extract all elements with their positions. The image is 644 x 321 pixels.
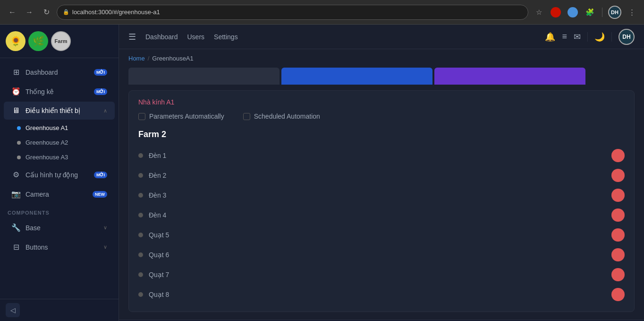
- refresh-button[interactable]: ↻: [40, 6, 53, 19]
- den4-status[interactable]: [611, 208, 625, 222]
- base-icon: 🔧: [11, 223, 21, 232]
- quat5-status[interactable]: [611, 228, 625, 242]
- logo-leaf[interactable]: 🌿: [28, 31, 48, 51]
- sidebar-item-dieukien[interactable]: 🖥 Điều khiển thiết bị ∧: [4, 102, 115, 120]
- logo-sun[interactable]: 🌻: [6, 31, 25, 51]
- notification-icon[interactable]: 🔔: [545, 32, 555, 42]
- sidebar-item-cauhinh[interactable]: ⚙ Cấu hình tự động MỚI: [4, 165, 115, 184]
- breadcrumb-separator: /: [148, 55, 150, 62]
- den4-indicator: [138, 213, 143, 217]
- buttons-chevron: ∨: [103, 244, 107, 250]
- den2-status[interactable]: [611, 169, 625, 182]
- main-content: ☰ Dashboard Users Settings 🔔 ≡ ✉ 🌙 DH Ho…: [119, 25, 644, 321]
- sched-auto-label: Scheduled Automation: [254, 113, 320, 120]
- device-row: Đèn 2: [138, 166, 625, 185]
- sidebar-label-base: Base: [25, 224, 99, 232]
- sidebar-logos: 🌻 🌿 Farm: [0, 25, 119, 58]
- sidebar-label-cauhinh: Cấu hình tự động: [25, 171, 89, 179]
- quat8-status[interactable]: [611, 288, 625, 301]
- dieukien-submenu: Greenhouse A1 Greenhouse A2 Greenhouse A…: [0, 121, 119, 165]
- greenhouse-section-title: Nhà kính A1: [138, 98, 625, 106]
- gh-a2-dot: [17, 141, 21, 145]
- farm-title: Farm 2: [138, 130, 625, 139]
- quat7-name: Quạt 7: [149, 271, 177, 278]
- camera-badge: NEW: [93, 191, 107, 198]
- thongke-icon: ⏰: [11, 87, 21, 96]
- quat7-status[interactable]: [611, 268, 625, 281]
- mail-icon[interactable]: ✉: [574, 32, 581, 42]
- star-button[interactable]: ☆: [532, 6, 545, 19]
- params-auto-checkbox[interactable]: Parameters Automatically: [138, 113, 224, 120]
- sidebar-item-thongke[interactable]: ⏰ Thống kê MỚI: [4, 82, 115, 101]
- app-layout: 🌻 🌿 Farm ⊞ Dashboard MỚI ⏰ Thống kê MỚI …: [0, 25, 644, 321]
- checkboxes-row: Parameters Automatically Scheduled Autom…: [138, 113, 625, 120]
- camera-icon: 📷: [11, 190, 21, 199]
- dashboard-icon: ⊞: [11, 68, 21, 77]
- sidebar-item-greenhouse-a1[interactable]: Greenhouse A1: [0, 121, 119, 135]
- buttons-icon: ⊟: [11, 243, 21, 252]
- params-auto-box: [138, 113, 145, 120]
- farm-section: Farm 2 Đèn 1 Đèn 2: [138, 130, 625, 304]
- sidebar-item-dashboard[interactable]: ⊞ Dashboard MỚI: [4, 63, 115, 81]
- breadcrumb-home[interactable]: Home: [128, 55, 145, 62]
- tab-2[interactable]: [281, 68, 432, 85]
- den3-indicator: [138, 193, 143, 198]
- divider: [602, 8, 602, 17]
- red-extension-icon: [551, 7, 561, 17]
- page-content: Home / GreenhouseA1 Nhà kính A1 Paramete…: [119, 49, 644, 321]
- den2-name: Đèn 2: [149, 172, 177, 179]
- quat6-status[interactable]: [611, 248, 625, 261]
- device-list: Đèn 1 Đèn 2: [138, 146, 625, 304]
- topbar-navigation: Dashboard Users Settings: [145, 33, 238, 41]
- topbar-divider2: [611, 32, 612, 42]
- den1-name: Đèn 1: [149, 152, 177, 159]
- translate-icon[interactable]: [566, 6, 579, 19]
- dashboard-badge: MỚI: [94, 69, 107, 76]
- back-button[interactable]: ←: [6, 6, 19, 19]
- address-bar[interactable]: 🔒 localhost:3000/#/greenhouse-a1: [57, 5, 528, 20]
- topbar-avatar[interactable]: DH: [619, 29, 635, 45]
- den3-name: Đèn 3: [149, 191, 177, 199]
- extensions-puzzle-icon[interactable]: 🧩: [583, 6, 596, 19]
- sidebar-item-base[interactable]: 🔧 Base ∨: [4, 218, 115, 237]
- sidebar-label-dashboard: Dashboard: [25, 69, 89, 76]
- topbar-dashboard[interactable]: Dashboard: [145, 33, 178, 41]
- theme-toggle-icon[interactable]: 🌙: [594, 32, 605, 42]
- tab-3[interactable]: [434, 68, 585, 85]
- device-row: Đèn 3: [138, 186, 625, 205]
- sidebar-item-greenhouse-a3[interactable]: Greenhouse A3: [0, 150, 119, 165]
- den1-status[interactable]: [611, 149, 625, 162]
- topbar-users[interactable]: Users: [187, 33, 205, 41]
- tab-strip: [119, 68, 644, 85]
- device-row: Đèn 1: [138, 146, 625, 165]
- sched-auto-checkbox[interactable]: Scheduled Automation: [243, 113, 320, 120]
- profile-avatar[interactable]: DH: [608, 6, 621, 19]
- sidebar-item-buttons[interactable]: ⊟ Buttons ∨: [4, 238, 115, 256]
- url-text: localhost:3000/#/greenhouse-a1: [72, 9, 160, 16]
- sidebar-label-gh-a3: Greenhouse A3: [25, 154, 68, 161]
- lock-icon: 🔒: [63, 9, 69, 15]
- topbar-settings[interactable]: Settings: [214, 33, 238, 41]
- sidebar-item-greenhouse-a2[interactable]: Greenhouse A2: [0, 135, 119, 150]
- list-icon[interactable]: ≡: [562, 32, 567, 42]
- gh-a3-dot: [17, 156, 21, 159]
- forward-button[interactable]: →: [23, 6, 36, 19]
- quat6-indicator: [138, 252, 143, 257]
- sidebar-label-dieukien: Điều khiển thiết bị: [25, 107, 99, 114]
- sidebar-collapse-button[interactable]: ◁: [6, 303, 20, 317]
- tab-1[interactable]: [128, 68, 280, 85]
- device-row: Quạt 8: [138, 285, 625, 304]
- den3-status[interactable]: [611, 189, 625, 202]
- quat6-name: Quạt 6: [149, 251, 177, 259]
- sidebar: 🌻 🌿 Farm ⊞ Dashboard MỚI ⏰ Thống kê MỚI …: [0, 25, 119, 321]
- chrome-menu-button[interactable]: ⋮: [625, 6, 638, 19]
- quat5-name: Quạt 5: [149, 231, 177, 239]
- components-section-label: COMPONENTS: [0, 204, 119, 217]
- device-row: Đèn 4: [138, 206, 625, 225]
- logo-farm[interactable]: Farm: [51, 31, 71, 51]
- extensions-icon[interactable]: [549, 6, 562, 19]
- sidebar-item-camera[interactable]: 📷 Camera NEW: [4, 185, 115, 203]
- greenhouse-section-card: Nhà kính A1 Parameters Automatically Sch…: [128, 90, 635, 312]
- topbar-menu-icon[interactable]: ☰: [128, 32, 136, 42]
- dieukien-chevron: ∧: [103, 108, 107, 114]
